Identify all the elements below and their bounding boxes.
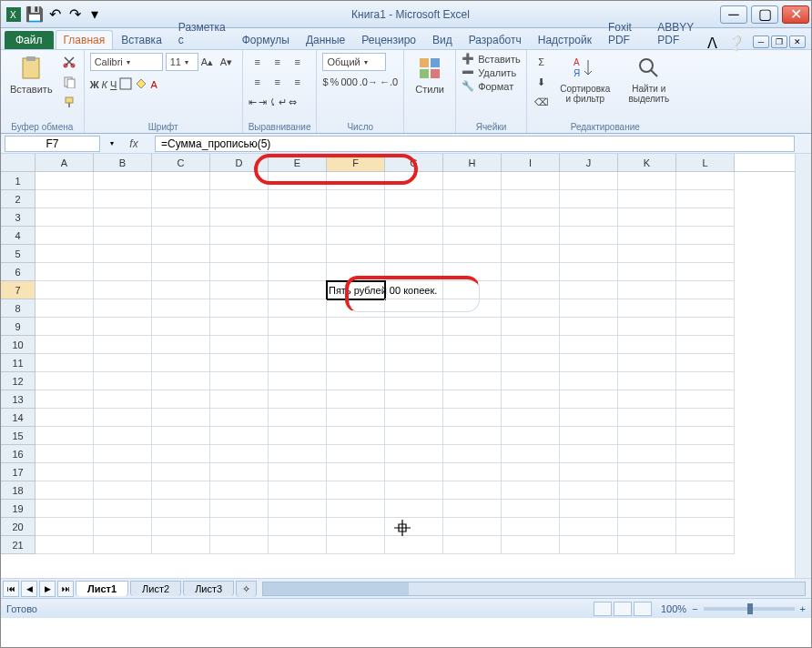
cell[interactable] (327, 518, 385, 536)
cell[interactable] (94, 518, 152, 536)
row-header[interactable]: 10 (1, 336, 36, 354)
row-header[interactable]: 5 (1, 245, 36, 263)
cell[interactable] (94, 227, 152, 245)
cell[interactable] (385, 518, 443, 536)
row-header[interactable]: 13 (1, 390, 36, 409)
cell[interactable] (36, 354, 94, 372)
cell[interactable] (152, 500, 210, 518)
column-header[interactable]: G (385, 154, 443, 171)
cell[interactable] (443, 445, 502, 463)
cell[interactable] (502, 245, 560, 263)
row-header[interactable]: 6 (1, 263, 36, 281)
cell[interactable] (94, 299, 152, 318)
cell[interactable] (618, 427, 676, 445)
cell[interactable] (210, 427, 269, 445)
formula-bar[interactable]: =Сумма_прописью(5) (155, 136, 795, 152)
fill-button[interactable]: ⬇ (533, 73, 551, 91)
name-box-dropdown-icon[interactable]: ▾ (110, 139, 114, 147)
cell[interactable] (502, 354, 560, 372)
cell[interactable] (443, 481, 502, 500)
cell[interactable] (327, 409, 385, 427)
row-header[interactable]: 15 (1, 427, 36, 445)
cell[interactable] (327, 390, 385, 409)
row-header[interactable]: 9 (1, 318, 36, 336)
cell[interactable] (152, 390, 210, 409)
cell[interactable] (327, 263, 385, 281)
cell[interactable] (94, 336, 152, 354)
cell[interactable] (152, 172, 210, 190)
cell[interactable] (36, 281, 94, 299)
cell[interactable] (676, 445, 735, 463)
cell[interactable] (327, 245, 385, 263)
cell[interactable] (676, 172, 735, 190)
cell[interactable] (385, 208, 443, 227)
cell[interactable] (94, 500, 152, 518)
percent-button[interactable]: % (330, 76, 340, 87)
align-top-button[interactable]: ≡ (249, 53, 267, 71)
cell[interactable] (36, 299, 94, 318)
cell[interactable] (618, 208, 676, 227)
cell[interactable] (618, 281, 676, 299)
view-pagelayout-button[interactable] (614, 602, 632, 616)
number-format-combo[interactable]: Общий▾ (322, 53, 386, 71)
cell[interactable] (385, 463, 443, 481)
cell[interactable] (618, 318, 676, 336)
cell[interactable] (618, 372, 676, 390)
cell[interactable] (327, 372, 385, 390)
new-sheet-button[interactable]: ✧ (236, 581, 257, 597)
cell[interactable] (94, 409, 152, 427)
align-center-button[interactable]: ≡ (269, 73, 287, 91)
cell[interactable] (502, 463, 560, 481)
orientation-button[interactable]: ⤹ (269, 96, 277, 108)
insert-cells-button[interactable]: ➕Вставить (462, 53, 521, 65)
cell[interactable] (152, 518, 210, 536)
styles-button[interactable]: Стили (410, 53, 450, 96)
cell[interactable] (269, 518, 327, 536)
window-close-button[interactable]: ✕ (782, 5, 809, 24)
column-header[interactable]: J (560, 154, 618, 171)
cell[interactable] (560, 299, 618, 318)
cell[interactable] (327, 481, 385, 500)
cell[interactable] (152, 245, 210, 263)
cell[interactable] (385, 409, 443, 427)
vertical-scrollbar[interactable] (795, 154, 811, 578)
cell[interactable] (269, 245, 327, 263)
cell[interactable] (502, 336, 560, 354)
delete-cells-button[interactable]: ➖Удалить (462, 66, 516, 78)
cell[interactable] (94, 354, 152, 372)
cell[interactable] (443, 263, 502, 281)
decrease-decimal-button[interactable]: ←.0 (380, 76, 398, 87)
cell[interactable] (676, 227, 735, 245)
cell[interactable] (618, 227, 676, 245)
cell[interactable] (676, 500, 735, 518)
cell[interactable] (560, 354, 618, 372)
increase-indent-button[interactable]: ⇥ (259, 96, 267, 108)
cell[interactable] (210, 390, 269, 409)
cell[interactable] (676, 372, 735, 390)
qat-undo-button[interactable]: ↶ (46, 6, 63, 23)
row-header[interactable]: 17 (1, 463, 36, 481)
cell[interactable] (443, 390, 502, 409)
cell[interactable] (152, 372, 210, 390)
cell[interactable] (327, 299, 385, 318)
cell[interactable] (443, 463, 502, 481)
row-header[interactable]: 11 (1, 354, 36, 372)
cell[interactable] (443, 318, 502, 336)
cell[interactable] (385, 281, 443, 299)
cell[interactable] (385, 390, 443, 409)
cut-button[interactable] (60, 53, 78, 71)
cell[interactable] (327, 445, 385, 463)
cell[interactable] (36, 536, 94, 554)
cell[interactable] (618, 299, 676, 318)
cell[interactable] (502, 427, 560, 445)
cell[interactable] (94, 463, 152, 481)
sort-filter-button[interactable]: АЯ Сортировка и фильтр (554, 53, 616, 106)
cell[interactable] (210, 227, 269, 245)
mdi-restore-button[interactable]: ❐ (771, 35, 787, 48)
cell[interactable] (502, 318, 560, 336)
zoom-slider[interactable] (704, 607, 795, 611)
cell[interactable] (676, 409, 735, 427)
cell[interactable] (618, 336, 676, 354)
align-middle-button[interactable]: ≡ (269, 53, 287, 71)
cell[interactable] (385, 227, 443, 245)
